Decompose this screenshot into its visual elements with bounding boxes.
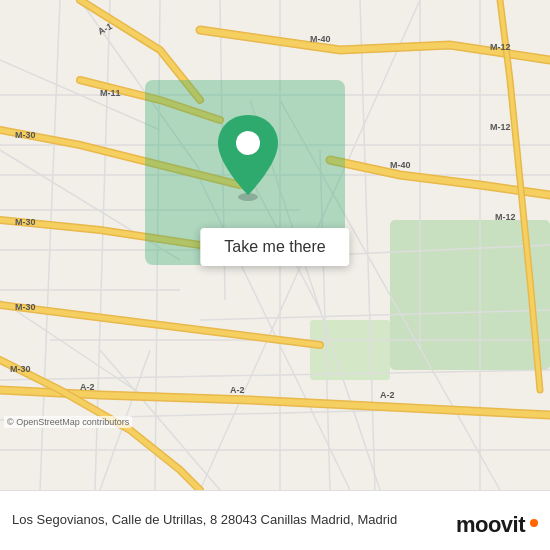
- svg-text:M-30: M-30: [15, 217, 36, 227]
- svg-text:M-12: M-12: [495, 212, 516, 222]
- svg-text:M-30: M-30: [15, 130, 36, 140]
- svg-text:M-40: M-40: [310, 34, 331, 44]
- svg-text:A-2: A-2: [230, 385, 245, 395]
- svg-text:M-30: M-30: [10, 364, 31, 374]
- svg-text:A-2: A-2: [380, 390, 395, 400]
- svg-text:M-40: M-40: [390, 160, 411, 170]
- svg-text:M-11: M-11: [100, 88, 121, 98]
- map-attribution: © OpenStreetMap contributors: [4, 416, 132, 428]
- take-me-there-button[interactable]: Take me there: [200, 228, 349, 266]
- svg-text:A-2: A-2: [80, 382, 95, 392]
- svg-rect-2: [310, 320, 390, 380]
- moovit-brand-name: moovit: [456, 512, 525, 538]
- svg-point-52: [236, 131, 260, 155]
- svg-text:M-12: M-12: [490, 42, 511, 52]
- svg-text:M-12: M-12: [490, 122, 511, 132]
- svg-text:M-30: M-30: [15, 302, 36, 312]
- bottom-bar: Los Segovianos, Calle de Utrillas, 8 280…: [0, 490, 550, 550]
- moovit-logo: moovit: [456, 512, 538, 538]
- map-container: A-1 M-40 M-11 M-30 M-30 M-40 M-30 A-2 A-…: [0, 0, 550, 490]
